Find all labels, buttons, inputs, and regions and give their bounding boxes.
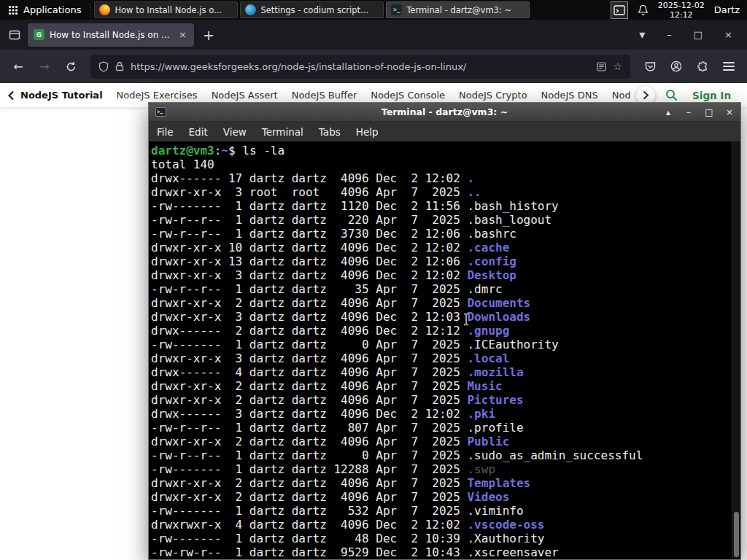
terminal-close-button[interactable]: ×: [725, 107, 734, 117]
file-attributes: drwx------ 3 dartz dartz 4096 Dec 2 12:0…: [151, 407, 467, 421]
forward-button[interactable]: →: [34, 60, 55, 74]
terminal-line: drwxr-xr-x 2 dartz dartz 4096 Apr 7 2025…: [151, 379, 732, 393]
terminal-output[interactable]: dartz@vm3:~$ ls -la total 140 drwx------…: [149, 141, 732, 559]
clock-time: 12:12: [658, 10, 705, 20]
browser-tab[interactable]: G How to Install Node.js on ... ×: [28, 23, 194, 47]
terminal-listing: drwx------ 17 dartz dartz 4096 Dec 2 12:…: [151, 171, 732, 559]
file-name: Music: [467, 379, 502, 393]
file-attributes: drwxr-xr-x 2 dartz dartz 4096 Apr 7 2025: [151, 435, 467, 448]
file-attributes: -rw------- 1 dartz dartz 1120 Dec 2 11:5…: [151, 199, 467, 213]
gfg-nav-item[interactable]: NodeJS DNS: [541, 90, 598, 101]
file-name: .config: [467, 254, 516, 268]
terminal-window-controls: ▴ – □ ×: [664, 107, 734, 117]
terminal-line: drwx------ 2 dartz dartz 4096 Dec 2 12:1…: [151, 324, 732, 338]
terminal-scrollbar-thumb[interactable]: [734, 512, 739, 557]
file-attributes: -rw-r--r-- 1 dartz dartz 220 Apr 7 2025: [151, 213, 467, 227]
window-minimize-button[interactable]: –: [667, 29, 672, 40]
file-attributes: -rw-r--r-- 1 dartz dartz 35 Apr 7 2025: [151, 282, 467, 296]
bookmark-star-icon[interactable]: ☆: [613, 61, 622, 72]
panel-separator: [90, 4, 90, 17]
taskbar-button[interactable]: How to Install Node.js o...: [94, 1, 238, 18]
gfg-nav-item[interactable]: NodeJS Assert: [212, 90, 278, 101]
notification-bell-icon[interactable]: [638, 4, 649, 16]
gfg-search-icon[interactable]: [665, 89, 678, 101]
terminal-minimize-button[interactable]: –: [684, 107, 693, 117]
terminal-shade-button[interactable]: ▴: [664, 107, 673, 117]
terminal-window-icon: [155, 107, 166, 117]
firefox-navigation-bar: ← → https://www.geeksforgeeks.org/node-j…: [0, 50, 747, 83]
taskbar-button[interactable]: Settings - codium script...: [240, 1, 384, 18]
list-all-tabs-icon[interactable]: ▾: [639, 28, 645, 42]
top-panel: Applications How to Install Node.js o...…: [0, 0, 747, 20]
gfg-nav-item[interactable]: NodeJS Console: [371, 90, 445, 101]
tab-title: How to Install Node.js on ...: [50, 30, 172, 40]
terminal-total-line: total 140: [151, 158, 732, 171]
lock-icon[interactable]: [115, 61, 124, 71]
file-name: .bashrc: [467, 227, 516, 241]
tab-close-icon[interactable]: ×: [177, 29, 188, 40]
file-attributes: drwxrwxr-x 4 dartz dartz 4096 Dec 2 12:0…: [151, 518, 467, 532]
gfg-nav-item[interactable]: Node: [612, 90, 630, 101]
file-name: .viminfo: [467, 504, 523, 518]
terminal-line: drwx------ 17 dartz dartz 4096 Dec 2 12:…: [151, 171, 732, 185]
terminal-line: drwxrwxr-x 4 dartz dartz 4096 Dec 2 12:0…: [151, 518, 732, 532]
file-name: Desktop: [467, 268, 516, 282]
firefox-icon: [99, 4, 110, 15]
pocket-icon[interactable]: [639, 61, 661, 72]
terminal-menubar: FileEditViewTerminalTabsHelp: [149, 122, 740, 141]
file-attributes: -rw-r--r-- 1 dartz dartz 807 Apr 7 2025: [151, 421, 467, 435]
terminal-menu-help[interactable]: Help: [356, 126, 379, 138]
gfg-nav-item[interactable]: NodeJS Tutorial: [20, 90, 103, 101]
applications-menu-button[interactable]: Applications: [0, 0, 89, 20]
extensions-icon[interactable]: [692, 61, 713, 72]
file-attributes: -rw-r--r-- 1 dartz dartz 0 Apr 7 2025: [151, 448, 467, 462]
taskbar-button-label: How to Install Node.js o...: [115, 5, 222, 15]
window-close-button[interactable]: ×: [724, 29, 732, 40]
terminal-line: drwxr-xr-x 3 dartz dartz 4096 Apr 7 2025…: [151, 351, 732, 365]
terminal-line: -rw-r--r-- 1 dartz dartz 0 Apr 7 2025 .s…: [151, 448, 732, 462]
terminal-line: drwxr-xr-x 2 dartz dartz 4096 Apr 7 2025…: [151, 490, 732, 504]
file-attributes: drwxr-xr-x 3 dartz dartz 4096 Apr 7 2025: [151, 351, 467, 365]
terminal-line: -rw------- 1 dartz dartz 0 Apr 7 2025 .I…: [151, 338, 732, 351]
applications-label: Applications: [23, 4, 81, 15]
file-name: .pki: [467, 407, 495, 421]
gfg-nav-item[interactable]: NodeJS Exercises: [117, 90, 198, 101]
gfg-nav-item[interactable]: NodeJS Buffer: [292, 90, 357, 101]
gfg-scroll-left-icon[interactable]: [7, 90, 15, 101]
file-attributes: -rw------- 1 dartz dartz 0 Apr 7 2025: [151, 338, 467, 351]
terminal-title: Terminal - dartz@vm3: ~: [149, 106, 740, 117]
terminal-line: drwxr-xr-x 13 dartz dartz 4096 Dec 2 12:…: [151, 254, 732, 268]
prompt-colon: :: [214, 144, 222, 158]
account-icon[interactable]: [665, 61, 687, 72]
terminal-menu-file[interactable]: File: [157, 126, 174, 138]
file-name: .mozilla: [467, 365, 523, 379]
terminal-menu-terminal[interactable]: Terminal: [262, 126, 303, 138]
codium-icon: [245, 4, 256, 15]
terminal-menu-view[interactable]: View: [223, 126, 247, 138]
taskbar-button[interactable]: >_Terminal - dartz@vm3: ~: [386, 1, 530, 18]
terminal-menu-tabs[interactable]: Tabs: [319, 126, 341, 138]
gfg-nav-item[interactable]: NodeJS Crypto: [459, 90, 527, 101]
file-attributes: drwx------ 4 dartz dartz 4096 Apr 7 2025: [151, 365, 467, 379]
terminal-title-bar[interactable]: Terminal - dartz@vm3: ~ ▴ – □ ×: [149, 103, 740, 122]
new-tab-button[interactable]: +: [203, 27, 214, 43]
reload-button[interactable]: [60, 61, 82, 72]
url-bar[interactable]: https://www.geeksforgeeks.org/node-js/in…: [90, 55, 630, 79]
tray-terminal-icon[interactable]: [611, 1, 628, 19]
file-name: .cache: [467, 241, 509, 254]
terminal-line: drwxr-xr-x 3 root root 4096 Apr 7 2025 .…: [151, 185, 732, 199]
terminal-menu-edit[interactable]: Edit: [189, 126, 208, 138]
back-button[interactable]: ←: [7, 60, 29, 74]
panel-clock[interactable]: 2025-12-02 12:12: [658, 1, 705, 20]
gfg-sign-in-button[interactable]: Sign In: [688, 88, 735, 104]
firefox-tab-bar: G How to Install Node.js on ... × + ▾ – …: [0, 20, 747, 50]
tracking-shield-icon[interactable]: [98, 61, 109, 72]
file-name: .dmrc: [467, 282, 502, 296]
reader-mode-icon[interactable]: [597, 62, 606, 71]
terminal-scrollbar[interactable]: [732, 141, 740, 559]
menu-hamburger-icon[interactable]: [723, 62, 735, 71]
firefox-view-icon[interactable]: [9, 29, 20, 41]
window-maximize-button[interactable]: □: [694, 29, 703, 40]
terminal-prompt-line: dartz@vm3:~$ ls -la: [151, 144, 732, 158]
terminal-maximize-button[interactable]: □: [705, 107, 713, 117]
